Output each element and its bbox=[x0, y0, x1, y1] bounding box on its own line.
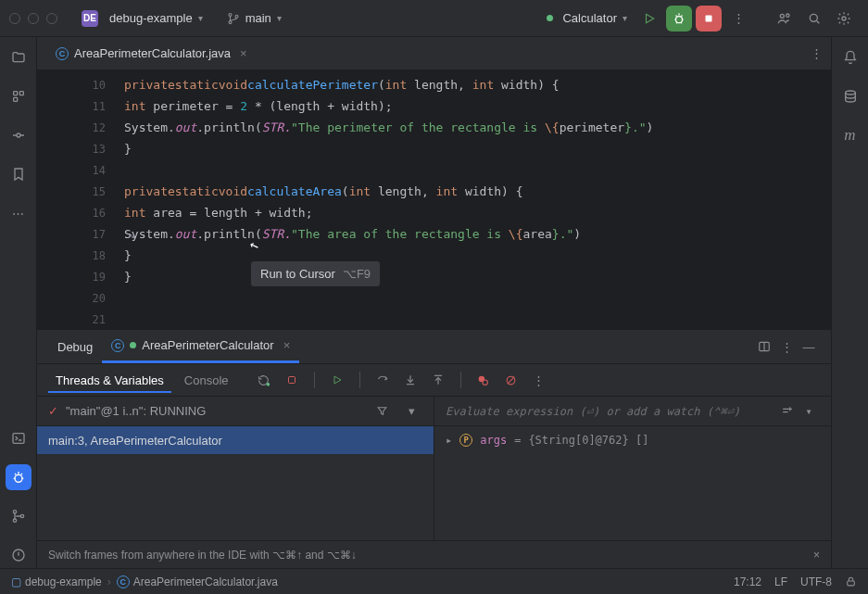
debug-body: ✓ "main"@1 i..n": RUNNING ▾ main:3, Area… bbox=[37, 397, 831, 540]
code-view[interactable]: private static void calculatePerimeter(i… bbox=[124, 70, 831, 329]
status-encoding[interactable]: UTF-8 bbox=[800, 575, 832, 588]
terminal-tool-icon[interactable] bbox=[6, 425, 31, 451]
line-number: 16 bbox=[93, 207, 106, 220]
svg-point-3 bbox=[676, 16, 683, 22]
line-number: 13 bbox=[93, 143, 106, 156]
run-button[interactable] bbox=[636, 6, 662, 32]
chevron-down-icon: ▾ bbox=[623, 13, 627, 23]
close-window-button[interactable] bbox=[9, 13, 20, 24]
stop-icon[interactable] bbox=[281, 369, 303, 391]
step-out-icon[interactable] bbox=[427, 369, 449, 391]
stack-frame-label: main:3, AreaPerimeterCalculator bbox=[48, 434, 222, 448]
readonly-icon[interactable] bbox=[845, 575, 857, 588]
expand-icon[interactable]: ▸ bbox=[446, 434, 452, 447]
debug-tab[interactable]: Debug bbox=[48, 333, 102, 361]
layout-icon[interactable] bbox=[753, 335, 775, 358]
threads-variables-tab[interactable]: Threads & Variables bbox=[48, 368, 171, 393]
java-class-icon: C bbox=[117, 575, 130, 588]
svg-rect-25 bbox=[848, 581, 855, 586]
session-running-dot bbox=[130, 342, 136, 348]
minimize-icon[interactable]: — bbox=[798, 335, 820, 358]
svg-point-15 bbox=[13, 511, 16, 513]
step-into-icon[interactable] bbox=[399, 369, 421, 391]
project-name: debug-example bbox=[109, 11, 193, 25]
close-icon[interactable]: × bbox=[813, 549, 820, 562]
gutter[interactable]: 10 11 12 13 14 15 16 17 ↘ 18 19 20 21 bbox=[37, 70, 124, 329]
maximize-window-button[interactable] bbox=[46, 13, 57, 24]
editor[interactable]: 10 11 12 13 14 15 16 17 ↘ 18 19 20 21 pr… bbox=[37, 70, 831, 329]
status-time[interactable]: 17:12 bbox=[734, 575, 761, 588]
debug-session-tab[interactable]: C AreaPerimeterCalculator × bbox=[102, 330, 299, 363]
problems-tool-icon[interactable] bbox=[6, 542, 31, 568]
line-number: 14 bbox=[93, 164, 106, 177]
debug-subtab-more-icon[interactable]: ⋮ bbox=[528, 369, 550, 391]
minimize-window-button[interactable] bbox=[28, 13, 39, 24]
eval-placeholder: Evaluate expression (⏎) or add a watch (… bbox=[446, 405, 740, 418]
variable-name: args bbox=[480, 434, 507, 447]
close-icon[interactable]: × bbox=[240, 46, 247, 60]
svg-point-12 bbox=[17, 133, 20, 137]
console-tab[interactable]: Console bbox=[177, 368, 236, 393]
stop-button[interactable] bbox=[696, 6, 722, 32]
breadcrumb-separator: › bbox=[107, 575, 111, 588]
view-breakpoints-icon[interactable] bbox=[472, 369, 495, 391]
line-number: 12 bbox=[93, 121, 106, 134]
resume-icon[interactable] bbox=[326, 369, 348, 391]
svg-rect-4 bbox=[706, 15, 712, 21]
status-line-separator[interactable]: LF bbox=[774, 575, 787, 588]
line-number: 21 bbox=[93, 313, 106, 326]
vcs-tool-icon[interactable] bbox=[6, 503, 31, 529]
close-icon[interactable]: × bbox=[283, 338, 291, 352]
svg-rect-11 bbox=[13, 97, 17, 101]
thread-header[interactable]: ✓ "main"@1 i..n": RUNNING ▾ bbox=[37, 397, 434, 426]
param-icon: P bbox=[459, 434, 472, 447]
search-icon[interactable] bbox=[801, 6, 827, 32]
stack-frame[interactable]: main:3, AreaPerimeterCalculator bbox=[37, 426, 434, 454]
thread-status-icon: ✓ bbox=[48, 404, 58, 418]
line-number: 20 bbox=[93, 292, 106, 305]
breadcrumb-project[interactable]: debug-example bbox=[25, 575, 102, 588]
more-tools-icon[interactable]: ⋯ bbox=[6, 200, 31, 226]
add-watch-icon[interactable] bbox=[775, 400, 798, 423]
line-number: 10 bbox=[93, 79, 106, 92]
step-over-icon[interactable] bbox=[371, 369, 394, 391]
chevron-down-icon[interactable]: ▾ bbox=[400, 400, 422, 423]
project-tool-icon[interactable] bbox=[6, 44, 31, 70]
run-to-cursor-tooltip: Run to Cursor ⌥F9 bbox=[250, 260, 381, 287]
commit-tool-icon[interactable] bbox=[6, 122, 31, 148]
chevron-down-icon: ▾ bbox=[198, 13, 203, 23]
svg-rect-13 bbox=[13, 434, 24, 444]
breadcrumb-file[interactable]: AreaPerimeterCalculator.java bbox=[133, 575, 278, 588]
structure-tool-icon[interactable] bbox=[6, 83, 31, 109]
settings-icon[interactable] bbox=[831, 6, 857, 32]
debug-tool-window: Debug C AreaPerimeterCalculator × ⋮ — Th… bbox=[37, 329, 831, 568]
code-with-me-icon[interactable] bbox=[772, 6, 798, 32]
editor-tab-label: AreaPerimeterCalculator.java bbox=[74, 46, 231, 60]
rerun-icon[interactable]: ● bbox=[253, 369, 275, 391]
more-actions-button[interactable]: ⋮ bbox=[725, 6, 751, 32]
svg-point-14 bbox=[15, 474, 22, 482]
bookmarks-tool-icon[interactable] bbox=[6, 161, 31, 187]
left-tool-rail: ⋯ bbox=[0, 37, 37, 568]
editor-tab[interactable]: C AreaPerimeterCalculator.java × bbox=[46, 41, 257, 66]
vcs-branch-selector[interactable]: main ▾ bbox=[220, 7, 289, 29]
debug-more-icon[interactable]: ⋮ bbox=[775, 335, 798, 358]
variable-eq: = bbox=[514, 434, 521, 447]
java-class-icon: C bbox=[111, 339, 124, 352]
thread-label: "main"@1 i..n": RUNNING bbox=[66, 404, 206, 418]
mute-breakpoints-icon[interactable] bbox=[500, 369, 522, 391]
maven-tool-icon[interactable]: m bbox=[837, 122, 863, 148]
debug-button[interactable] bbox=[666, 6, 692, 32]
database-tool-icon[interactable] bbox=[837, 83, 863, 109]
variables-column: Evaluate expression (⏎) or add a watch (… bbox=[434, 397, 831, 540]
evaluate-expression-input[interactable]: Evaluate expression (⏎) or add a watch (… bbox=[434, 397, 831, 426]
editor-more-icon[interactable]: ⋮ bbox=[803, 41, 829, 67]
project-selector[interactable]: DE debug-example ▾ bbox=[74, 6, 210, 31]
variable-row[interactable]: ▸ P args = {String[0]@762} [] bbox=[434, 426, 831, 454]
run-configuration-selector[interactable]: Calculator ▾ bbox=[539, 7, 635, 29]
filter-icon[interactable] bbox=[371, 400, 393, 423]
center-column: C AreaPerimeterCalculator.java × ⋮ 10 11… bbox=[37, 37, 831, 568]
chevron-down-icon[interactable]: ▾ bbox=[798, 400, 820, 423]
notifications-icon[interactable] bbox=[837, 44, 863, 70]
debug-tool-icon[interactable] bbox=[6, 464, 31, 490]
